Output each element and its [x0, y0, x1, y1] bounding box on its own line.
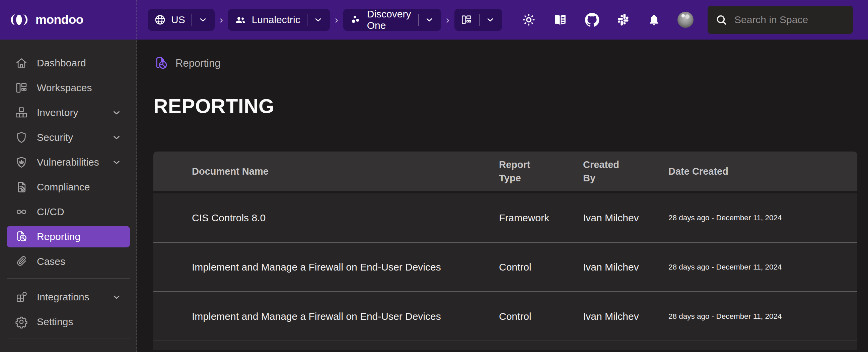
table-row[interactable]: CIS Controls 8.0 Framework Ivan Milchev … [153, 194, 857, 243]
app-header: mondoo US › [0, 0, 868, 39]
space-search[interactable] [708, 6, 853, 34]
github-button[interactable] [584, 12, 600, 28]
sidebar-item-label: Reporting [37, 231, 122, 242]
chevron-down-icon [111, 132, 122, 143]
region-dropdown-toggle[interactable] [197, 13, 209, 27]
sidebar-divider [7, 339, 130, 339]
sidebar-item-integrations[interactable]: Integrations [7, 286, 130, 308]
report-pie-icon [153, 56, 169, 71]
home-icon [15, 56, 28, 70]
sidebar-item-label: Cases [37, 256, 122, 267]
table-row[interactable]: Implement and Manage a Firewall on End-U… [153, 292, 857, 341]
brand-name: mondoo [35, 13, 83, 27]
sidebar-item-label: Compliance [37, 181, 122, 193]
cell-report-type: Control [499, 262, 583, 273]
main-content: Reporting REPORTING Document Name Report… [136, 39, 868, 352]
sidebar-item-label: Vulnerabilities [37, 156, 102, 168]
cell-report-type: Control [499, 311, 583, 322]
sidebar-nav: Dashboard Workspaces Inventory [0, 39, 136, 352]
column-header-created-by[interactable]: Created By [583, 158, 669, 185]
book-icon [553, 12, 568, 27]
chevron-down-icon [111, 157, 122, 168]
workspaces-icon [15, 81, 28, 94]
sidebar-item-label: Dashboard [37, 57, 122, 69]
space-pill[interactable]: Discovery One [343, 9, 441, 31]
sidebar-item-label: Security [37, 132, 102, 143]
brand-logo[interactable]: mondoo [0, 13, 136, 27]
reporting-table: Document Name Report Type Created By Dat… [153, 151, 857, 350]
sidebar-item-label: Inventory [37, 107, 102, 118]
chevron-down-icon [424, 15, 434, 25]
sidebar-item-label: Integrations [37, 291, 102, 303]
page-title: REPORTING [153, 92, 868, 121]
table-row[interactable] [153, 341, 857, 350]
sidebar-resize-handle[interactable] [136, 0, 137, 352]
breadcrumb-separator: › [446, 14, 450, 26]
pill-divider [479, 14, 479, 26]
cell-created-by: Ivan Milchev [583, 262, 669, 273]
chevron-down-icon [198, 15, 208, 25]
table-header-row: Document Name Report Type Created By Dat… [153, 151, 857, 191]
organization-label: Lunalectric [252, 14, 300, 26]
column-header-date-created[interactable]: Date Created [669, 165, 857, 178]
space-dots-icon [349, 13, 362, 26]
cell-document-name: Implement and Manage a Firewall on End-U… [153, 311, 499, 322]
cell-date-created: 28 days ago - December 11, 2024 [669, 213, 857, 222]
workspace-grid-icon [461, 14, 472, 26]
breadcrumb-separator: › [335, 14, 338, 26]
sidebar-item-label: Settings [37, 316, 122, 327]
sidebar-item-vulnerabilities[interactable]: Vulnerabilities [7, 151, 130, 173]
cell-document-name: Implement and Manage a Firewall on End-U… [153, 262, 499, 273]
sidebar-item-workspaces[interactable]: Workspaces [7, 77, 130, 98]
pill-divider [418, 14, 418, 26]
table-row[interactable]: Implement and Manage a Firewall on End-U… [153, 243, 857, 292]
breadcrumb-label[interactable]: Reporting [176, 57, 220, 69]
theme-toggle-button[interactable] [521, 12, 536, 27]
shield-icon [15, 131, 28, 144]
sidebar-item-dashboard[interactable]: Dashboard [7, 52, 130, 74]
column-header-document-name[interactable]: Document Name [153, 165, 499, 178]
workspace-dropdown-toggle[interactable] [485, 13, 496, 27]
space-dropdown-toggle[interactable] [424, 13, 435, 27]
github-icon [584, 12, 600, 28]
document-check-icon [15, 180, 28, 194]
documentation-button[interactable] [553, 12, 568, 27]
cell-created-by: Ivan Milchev [583, 212, 669, 224]
sidebar-divider [7, 278, 130, 279]
cell-date-created: 28 days ago - December 11, 2024 [669, 263, 857, 271]
shield-bug-icon [15, 155, 28, 169]
sidebar-item-cicd[interactable]: CI/CD [7, 201, 130, 223]
region-pill[interactable]: US [148, 9, 215, 31]
organization-pill[interactable]: Lunalectric [228, 9, 330, 31]
search-input[interactable] [734, 14, 864, 26]
globe-icon [154, 14, 166, 26]
cell-report-type: Framework [499, 212, 583, 224]
organization-dropdown-toggle[interactable] [312, 13, 324, 27]
paperclip-icon [15, 255, 28, 268]
header-actions [521, 12, 693, 28]
sidebar-item-inventory[interactable]: Inventory [7, 102, 130, 123]
sidebar-item-compliance[interactable]: Compliance [7, 176, 130, 198]
scope-breadcrumb: US › Lunalectric [148, 9, 502, 31]
sidebar-item-label: CI/CD [37, 206, 122, 217]
sidebar-item-label: Workspaces [37, 82, 122, 93]
sidebar-item-security[interactable]: Security [7, 127, 130, 148]
gear-icon [15, 315, 28, 328]
breadcrumb-separator: › [220, 14, 223, 26]
chevron-down-icon [485, 15, 495, 25]
table-body: CIS Controls 8.0 Framework Ivan Milchev … [153, 194, 857, 350]
search-icon [715, 13, 728, 26]
sidebar-item-cases[interactable]: Cases [7, 251, 130, 272]
report-pie-icon [15, 230, 28, 243]
integrations-icon [15, 290, 28, 304]
chevron-down-icon [313, 15, 323, 25]
slack-button[interactable] [617, 13, 630, 27]
workspace-pill[interactable] [455, 9, 502, 31]
sidebar-item-reporting[interactable]: Reporting [7, 226, 130, 247]
column-header-report-type[interactable]: Report Type [499, 158, 583, 185]
notifications-button[interactable] [647, 13, 661, 27]
sidebar-item-settings[interactable]: Settings [7, 311, 130, 332]
boxes-icon [15, 106, 28, 119]
user-avatar[interactable] [678, 12, 693, 28]
breadcrumb[interactable]: Reporting [153, 56, 868, 71]
